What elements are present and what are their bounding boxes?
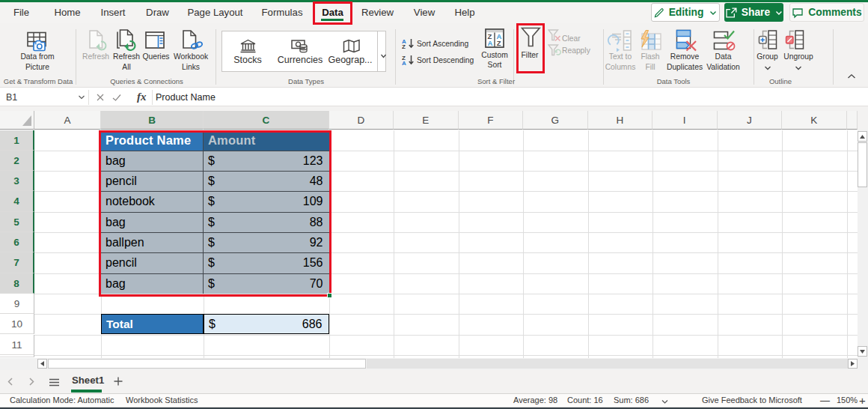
svg-text:A: A [487,39,492,47]
svg-text:Z: Z [402,43,406,49]
svg-text:A: A [402,60,406,65]
svg-text:Z: Z [497,39,501,47]
